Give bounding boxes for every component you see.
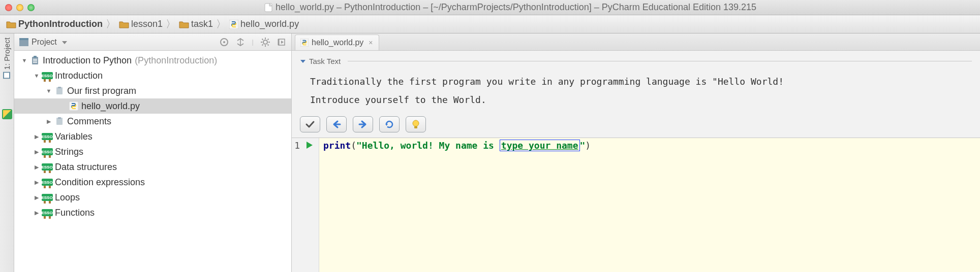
- lesson-icon: LESSON: [43, 178, 52, 187]
- next-task-button[interactable]: [353, 116, 373, 132]
- svg-rect-36: [414, 126, 417, 128]
- run-gutter-icon[interactable]: [302, 140, 317, 272]
- tree-item-label: Strings: [55, 147, 83, 157]
- lesson-icon: LESSON: [43, 147, 52, 156]
- lightbulb-icon: [411, 119, 420, 129]
- breadcrumb-project[interactable]: PythonIntroduction: [6, 19, 103, 29]
- tree-item-label: hello_world.py: [81, 101, 140, 112]
- refresh-task-button[interactable]: [379, 116, 400, 132]
- clipboard-icon: [55, 86, 64, 95]
- code-placeholder[interactable]: type your name: [500, 140, 580, 151]
- tree-item-label: Variables: [55, 131, 93, 142]
- folder-icon: [179, 20, 189, 28]
- svg-line-15: [262, 39, 263, 40]
- svg-rect-27: [56, 87, 63, 94]
- tree-item-our-first-program[interactable]: Our first program: [14, 83, 291, 98]
- close-tab-icon[interactable]: ×: [366, 39, 373, 47]
- svg-marker-33: [300, 60, 305, 63]
- clipboard-icon: [55, 117, 64, 126]
- play-icon: [305, 141, 314, 149]
- tree-item-comments[interactable]: Comments: [14, 114, 291, 129]
- disclosure-triangle-icon[interactable]: [20, 56, 28, 64]
- svg-line-16: [268, 44, 269, 45]
- breadcrumb-lesson-label: lesson1: [131, 19, 163, 29]
- breadcrumb: PythonIntroduction 〉 lesson1 〉 task1 〉 h…: [0, 15, 980, 33]
- svg-rect-26: [33, 62, 37, 63]
- tree-item-variables[interactable]: LESSON Variables: [14, 129, 291, 144]
- scroll-from-source-icon[interactable]: [220, 38, 229, 47]
- code-token-close: ): [585, 140, 591, 151]
- window-title: hello_world.py – PythonIntroduction – [~…: [46, 2, 975, 13]
- task-toolbar: [300, 116, 972, 132]
- svg-marker-21: [281, 41, 284, 44]
- task-body: Traditionally the first program you writ…: [300, 73, 972, 109]
- tree-root-label: Introduction to Python: [43, 55, 132, 66]
- check-task-button[interactable]: [300, 116, 320, 132]
- window-close-button[interactable]: [5, 4, 12, 11]
- window-minimize-button[interactable]: [16, 4, 23, 11]
- svg-rect-31: [58, 117, 61, 119]
- traffic-lights: [5, 4, 35, 11]
- lesson-icon: LESSON: [43, 208, 52, 217]
- project-tool-label: 1: Project: [3, 38, 11, 70]
- tree-item-condition-expressions[interactable]: LESSON Condition expressions: [14, 175, 291, 190]
- svg-point-10: [263, 40, 267, 44]
- tree-item-hello-world[interactable]: hello_world.py: [14, 98, 291, 114]
- breadcrumb-file[interactable]: hello_world.py: [229, 19, 299, 29]
- disclosure-triangle-icon[interactable]: [45, 87, 53, 95]
- project-panel-title: Project: [32, 38, 57, 47]
- breadcrumb-task[interactable]: task1: [179, 19, 213, 29]
- svg-marker-7: [62, 41, 67, 44]
- svg-line-17: [262, 44, 263, 45]
- dropdown-icon[interactable]: [60, 39, 69, 46]
- chevron-down-icon: [300, 58, 306, 64]
- svg-marker-37: [307, 142, 313, 149]
- tree-item-strings[interactable]: LESSON Strings: [14, 144, 291, 159]
- task-body-line: Introduce yourself to the World.: [310, 91, 972, 109]
- tree-root[interactable]: Introduction to Python (PythonIntroducti…: [14, 53, 291, 68]
- editor-tab-hello-world[interactable]: hello_world.py ×: [295, 35, 379, 50]
- previous-task-button[interactable]: [326, 116, 347, 132]
- pycharm-logo-icon[interactable]: [2, 109, 12, 119]
- tree-root-sublabel: (PythonIntroduction): [135, 55, 217, 66]
- task-header-rule: [348, 61, 972, 61]
- code-line[interactable]: print("Hello, world! My name is type you…: [319, 138, 595, 272]
- hide-panel-icon[interactable]: [277, 38, 286, 47]
- lesson-icon: LESSON: [43, 193, 52, 202]
- breadcrumb-project-label: PythonIntroduction: [18, 19, 103, 29]
- task-description-panel: Task Text Traditionally the first progra…: [292, 51, 980, 138]
- svg-rect-25: [33, 60, 37, 61]
- tree-item-functions[interactable]: LESSON Functions: [14, 205, 291, 220]
- code-token-str2: ": [580, 140, 586, 151]
- hint-button[interactable]: [406, 116, 426, 132]
- disclosure-triangle-icon[interactable]: [45, 117, 53, 125]
- editor-tabs: hello_world.py ×: [292, 33, 980, 51]
- svg-rect-23: [34, 56, 37, 58]
- collapse-all-icon[interactable]: [236, 38, 245, 47]
- window-title-text: hello_world.py – PythonIntroduction – [~…: [275, 2, 756, 13]
- tree-item-data-structures[interactable]: LESSON Data structures: [14, 159, 291, 175]
- python-file-icon: [300, 39, 309, 47]
- window-zoom-button[interactable]: [27, 4, 35, 11]
- svg-point-9: [223, 41, 225, 43]
- project-tree[interactable]: Introduction to Python (PythonIntroducti…: [14, 51, 291, 272]
- main-area: 1: Project Project |: [0, 33, 980, 272]
- project-tool-window-button[interactable]: 1: Project: [3, 38, 11, 79]
- breadcrumb-lesson[interactable]: lesson1: [119, 19, 163, 29]
- tree-item-introduction[interactable]: LESSON Introduction: [14, 68, 291, 83]
- code-editor[interactable]: 1 print("Hello, world! My name is type y…: [292, 138, 980, 272]
- tree-item-loops[interactable]: LESSON Loops: [14, 190, 291, 205]
- project-panel-icon: [19, 38, 28, 46]
- tree-item-label: Condition expressions: [55, 177, 145, 188]
- lesson-icon: LESSON: [43, 162, 52, 172]
- python-file-icon: [229, 20, 238, 29]
- code-gutter: 1: [292, 138, 319, 272]
- refresh-icon: [384, 119, 394, 129]
- task-text-header[interactable]: Task Text: [300, 57, 972, 65]
- tree-item-label: Data structures: [55, 162, 117, 173]
- lesson-icon: LESSON: [43, 71, 52, 80]
- gear-icon[interactable]: [261, 38, 270, 47]
- arrow-left-icon: [331, 120, 342, 129]
- left-tool-gutter: 1: Project: [0, 33, 14, 272]
- svg-point-35: [413, 120, 419, 126]
